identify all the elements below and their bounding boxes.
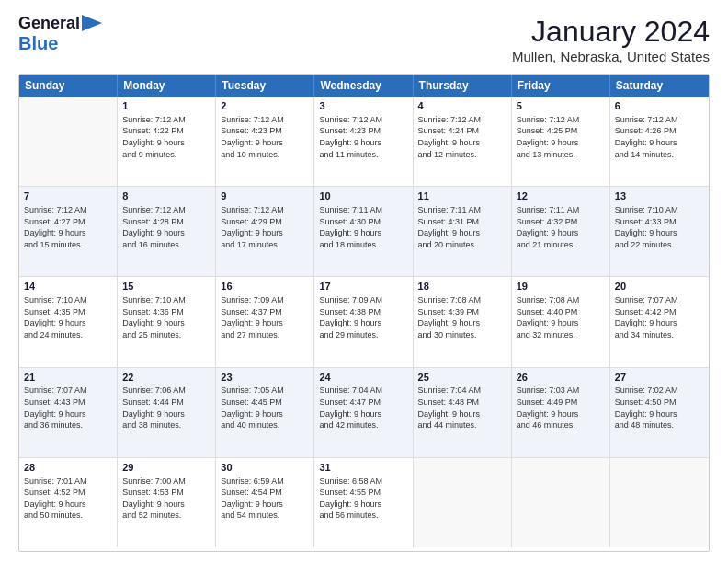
day-number: 4	[418, 99, 506, 113]
day-info: Sunrise: 7:12 AMSunset: 4:22 PMDaylight:…	[122, 114, 210, 160]
day-info: Sunrise: 7:07 AMSunset: 4:43 PMDaylight:…	[24, 385, 112, 431]
day-info: Sunrise: 7:10 AMSunset: 4:36 PMDaylight:…	[122, 294, 210, 340]
day-info: Sunrise: 7:11 AMSunset: 4:32 PMDaylight:…	[517, 204, 605, 250]
day-number: 30	[221, 461, 309, 475]
calendar-cell: 5Sunrise: 7:12 AMSunset: 4:25 PMDaylight…	[512, 97, 610, 186]
day-number: 20	[615, 280, 704, 293]
calendar-cell	[414, 458, 512, 547]
day-info: Sunrise: 6:58 AMSunset: 4:55 PMDaylight:…	[319, 476, 407, 522]
calendar-cell: 23Sunrise: 7:05 AMSunset: 4:45 PMDayligh…	[216, 368, 314, 457]
calendar-cell: 29Sunrise: 7:00 AMSunset: 4:53 PMDayligh…	[118, 458, 216, 547]
calendar-cell: 28Sunrise: 7:01 AMSunset: 4:52 PMDayligh…	[19, 458, 118, 547]
page: General Blue January 2024 Mullen, Nebras…	[0, 0, 728, 563]
day-info: Sunrise: 7:08 AMSunset: 4:39 PMDaylight:…	[418, 294, 506, 340]
calendar-cell: 20Sunrise: 7:07 AMSunset: 4:42 PMDayligh…	[610, 277, 709, 366]
day-info: Sunrise: 7:10 AMSunset: 4:33 PMDaylight:…	[615, 204, 704, 250]
logo: General Blue	[18, 15, 102, 53]
day-info: Sunrise: 7:07 AMSunset: 4:42 PMDaylight:…	[615, 294, 704, 340]
calendar-cell: 10Sunrise: 7:11 AMSunset: 4:30 PMDayligh…	[314, 187, 413, 276]
day-number: 15	[122, 280, 210, 293]
day-info: Sunrise: 7:04 AMSunset: 4:48 PMDaylight:…	[418, 385, 506, 431]
calendar-cell: 8Sunrise: 7:12 AMSunset: 4:28 PMDaylight…	[118, 187, 216, 276]
calendar-row: 7Sunrise: 7:12 AMSunset: 4:27 PMDaylight…	[19, 187, 709, 277]
day-info: Sunrise: 7:01 AMSunset: 4:52 PMDaylight:…	[24, 476, 112, 522]
calendar-cell: 7Sunrise: 7:12 AMSunset: 4:27 PMDaylight…	[19, 187, 118, 276]
calendar-cell: 19Sunrise: 7:08 AMSunset: 4:40 PMDayligh…	[512, 277, 610, 366]
calendar-cell: 4Sunrise: 7:12 AMSunset: 4:24 PMDaylight…	[414, 97, 512, 186]
header-friday: Friday	[512, 75, 610, 97]
calendar-cell: 22Sunrise: 7:06 AMSunset: 4:44 PMDayligh…	[118, 368, 216, 457]
calendar-cell: 27Sunrise: 7:02 AMSunset: 4:50 PMDayligh…	[610, 368, 709, 457]
day-number: 11	[418, 190, 506, 203]
subtitle: Mullen, Nebraska, United States	[512, 49, 710, 64]
day-number: 14	[24, 280, 112, 293]
day-info: Sunrise: 7:02 AMSunset: 4:50 PMDaylight:…	[615, 385, 704, 431]
day-number: 16	[221, 280, 309, 293]
calendar: Sunday Monday Tuesday Wednesday Thursday…	[18, 74, 710, 552]
day-number: 9	[221, 190, 309, 203]
day-number: 3	[319, 99, 407, 113]
day-number: 18	[418, 280, 506, 293]
day-info: Sunrise: 7:12 AMSunset: 4:25 PMDaylight:…	[517, 114, 605, 160]
day-number: 5	[517, 99, 605, 113]
calendar-body: 1Sunrise: 7:12 AMSunset: 4:22 PMDaylight…	[19, 97, 709, 547]
day-info: Sunrise: 7:10 AMSunset: 4:35 PMDaylight:…	[24, 294, 112, 340]
calendar-cell: 14Sunrise: 7:10 AMSunset: 4:35 PMDayligh…	[19, 277, 118, 366]
calendar-cell: 9Sunrise: 7:12 AMSunset: 4:29 PMDaylight…	[216, 187, 314, 276]
day-number: 25	[418, 371, 506, 385]
calendar-cell: 25Sunrise: 7:04 AMSunset: 4:48 PMDayligh…	[414, 368, 512, 457]
day-number: 23	[221, 371, 309, 385]
calendar-row: 28Sunrise: 7:01 AMSunset: 4:52 PMDayligh…	[19, 458, 709, 547]
calendar-cell	[512, 458, 610, 547]
header: General Blue January 2024 Mullen, Nebras…	[18, 15, 710, 64]
day-number: 26	[517, 371, 605, 385]
calendar-cell: 17Sunrise: 7:09 AMSunset: 4:38 PMDayligh…	[314, 277, 413, 366]
day-number: 28	[24, 461, 112, 475]
calendar-cell: 26Sunrise: 7:03 AMSunset: 4:49 PMDayligh…	[512, 368, 610, 457]
day-info: Sunrise: 7:03 AMSunset: 4:49 PMDaylight:…	[517, 385, 605, 431]
day-number: 7	[24, 190, 112, 203]
day-number: 8	[122, 190, 210, 203]
logo-blue: Blue	[18, 33, 58, 53]
day-number: 1	[122, 99, 210, 113]
logo-icon	[82, 15, 102, 31]
day-number: 2	[221, 99, 309, 113]
day-info: Sunrise: 7:12 AMSunset: 4:27 PMDaylight:…	[24, 204, 112, 250]
day-number: 10	[319, 190, 407, 203]
day-number: 12	[517, 190, 605, 203]
day-info: Sunrise: 7:08 AMSunset: 4:40 PMDaylight:…	[517, 294, 605, 340]
header-wednesday: Wednesday	[314, 75, 413, 97]
calendar-cell: 12Sunrise: 7:11 AMSunset: 4:32 PMDayligh…	[512, 187, 610, 276]
svg-marker-0	[82, 15, 102, 31]
calendar-cell: 6Sunrise: 7:12 AMSunset: 4:26 PMDaylight…	[610, 97, 709, 186]
day-number: 29	[122, 461, 210, 475]
day-info: Sunrise: 7:12 AMSunset: 4:23 PMDaylight:…	[221, 114, 309, 160]
calendar-cell: 31Sunrise: 6:58 AMSunset: 4:55 PMDayligh…	[314, 458, 413, 547]
day-info: Sunrise: 7:09 AMSunset: 4:37 PMDaylight:…	[221, 294, 309, 340]
day-info: Sunrise: 7:12 AMSunset: 4:28 PMDaylight:…	[122, 204, 210, 250]
day-number: 22	[122, 371, 210, 385]
header-thursday: Thursday	[414, 75, 512, 97]
calendar-cell: 3Sunrise: 7:12 AMSunset: 4:23 PMDaylight…	[314, 97, 413, 186]
calendar-row: 21Sunrise: 7:07 AMSunset: 4:43 PMDayligh…	[19, 368, 709, 458]
day-info: Sunrise: 7:11 AMSunset: 4:31 PMDaylight:…	[418, 204, 506, 250]
day-number: 19	[517, 280, 605, 293]
header-monday: Monday	[118, 75, 216, 97]
calendar-header: Sunday Monday Tuesday Wednesday Thursday…	[19, 75, 709, 97]
calendar-cell: 16Sunrise: 7:09 AMSunset: 4:37 PMDayligh…	[216, 277, 314, 366]
day-number: 31	[319, 461, 407, 475]
calendar-cell	[610, 458, 709, 547]
day-info: Sunrise: 7:12 AMSunset: 4:29 PMDaylight:…	[221, 204, 309, 250]
day-info: Sunrise: 7:12 AMSunset: 4:23 PMDaylight:…	[319, 114, 407, 160]
calendar-cell: 24Sunrise: 7:04 AMSunset: 4:47 PMDayligh…	[314, 368, 413, 457]
day-info: Sunrise: 7:12 AMSunset: 4:26 PMDaylight:…	[615, 114, 704, 160]
day-number: 17	[319, 280, 407, 293]
calendar-cell: 30Sunrise: 6:59 AMSunset: 4:54 PMDayligh…	[216, 458, 314, 547]
header-tuesday: Tuesday	[216, 75, 314, 97]
calendar-cell: 18Sunrise: 7:08 AMSunset: 4:39 PMDayligh…	[414, 277, 512, 366]
day-info: Sunrise: 7:09 AMSunset: 4:38 PMDaylight:…	[319, 294, 407, 340]
day-info: Sunrise: 7:11 AMSunset: 4:30 PMDaylight:…	[319, 204, 407, 250]
calendar-cell: 2Sunrise: 7:12 AMSunset: 4:23 PMDaylight…	[216, 97, 314, 186]
calendar-cell: 15Sunrise: 7:10 AMSunset: 4:36 PMDayligh…	[118, 277, 216, 366]
day-info: Sunrise: 7:12 AMSunset: 4:24 PMDaylight:…	[418, 114, 506, 160]
